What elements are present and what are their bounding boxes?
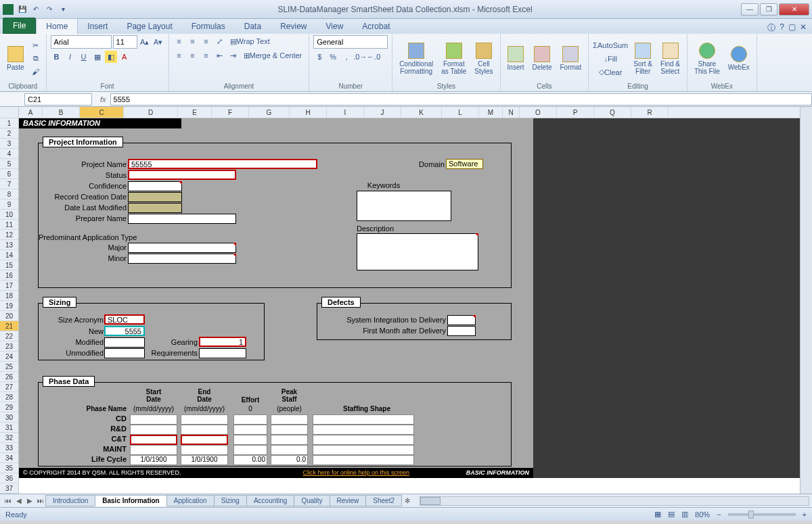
increase-font-icon[interactable]: A▴ [139, 36, 151, 48]
horizontal-scrollbar[interactable] [420, 496, 809, 506]
row-header-16[interactable]: 16 [0, 270, 18, 281]
fx-icon[interactable]: fx [96, 95, 110, 103]
row-header-31[interactable]: 31 [0, 423, 18, 433]
currency-icon[interactable]: $ [313, 51, 325, 63]
conditional-formatting-button[interactable]: Conditional Formatting [397, 41, 436, 76]
col-header-A[interactable]: A [19, 107, 43, 118]
col-header-I[interactable]: I [327, 107, 364, 118]
file-tab[interactable]: File [3, 18, 36, 34]
sheet-tab-sheet2[interactable]: Sheet2 [365, 495, 402, 506]
row-header-22[interactable]: 22 [0, 331, 18, 341]
row-header-18[interactable]: 18 [0, 291, 18, 301]
window-close-icon[interactable]: ✕ [800, 22, 807, 34]
row-header-34[interactable]: 34 [0, 453, 18, 463]
col-header-D[interactable]: D [124, 107, 178, 118]
decrease-decimal-icon[interactable]: ←.0 [367, 51, 380, 63]
increase-indent-icon[interactable]: ⇥ [227, 49, 240, 62]
undo-icon[interactable]: ↶ [30, 3, 42, 16]
row-header-15[interactable]: 15 [0, 260, 18, 270]
phase-cell-C&T-4[interactable] [313, 435, 414, 445]
input-major[interactable] [128, 243, 236, 253]
row-header-33[interactable]: 33 [0, 443, 18, 453]
paste-button[interactable]: Paste [4, 45, 27, 72]
close-button[interactable]: ✕ [779, 3, 809, 16]
row-header-9[interactable]: 9 [0, 199, 18, 210]
redo-icon[interactable]: ↷ [43, 3, 55, 16]
tab-page-layout[interactable]: Page Layout [117, 19, 181, 34]
col-header-K[interactable]: K [401, 107, 442, 118]
input-first-month[interactable] [447, 326, 476, 336]
input-date-modified[interactable] [128, 203, 182, 213]
font-color-button[interactable]: A [118, 51, 131, 63]
input-gearing[interactable]: 1 [199, 337, 246, 347]
fill-color-button[interactable]: ◧ [105, 51, 117, 63]
row-header-35[interactable]: 35 [0, 463, 18, 473]
align-right-icon[interactable]: ≡ [200, 49, 212, 62]
row-header-20[interactable]: 20 [0, 311, 18, 321]
border-button[interactable]: ▦ [91, 51, 104, 63]
col-header-M[interactable]: M [479, 107, 503, 118]
clear-button[interactable]: ◇ Clear [593, 66, 628, 78]
row-header-29[interactable]: 29 [0, 402, 18, 412]
col-header-N[interactable]: N [503, 107, 520, 118]
zoom-level[interactable]: 80% [695, 510, 710, 519]
phase-cell-C&T-3[interactable] [271, 435, 308, 445]
save-icon[interactable]: 💾 [16, 3, 28, 16]
row-header-19[interactable]: 19 [0, 301, 18, 311]
phase-cell-CD-0[interactable] [130, 414, 177, 425]
sheet-tab-accounting[interactable]: Accounting [246, 495, 294, 506]
help-icon[interactable]: ? [780, 22, 784, 34]
row-header-37[interactable]: 37 [0, 483, 18, 494]
row-header-36[interactable]: 36 [0, 473, 18, 483]
row-header-5[interactable]: 5 [0, 159, 18, 169]
format-painter-button[interactable]: 🖌 [30, 66, 42, 78]
delete-cells-button[interactable]: Delete [530, 45, 555, 72]
input-project-name[interactable]: 55555 [128, 159, 317, 169]
col-header-H[interactable]: H [290, 107, 327, 118]
window-restore-icon[interactable]: ▢ [788, 22, 796, 34]
italic-button[interactable]: I [64, 51, 76, 63]
decrease-font-icon[interactable]: A▾ [152, 36, 164, 48]
vertical-scrollbar[interactable] [800, 107, 812, 494]
new-sheet-button[interactable]: ✻ [402, 497, 413, 504]
decrease-indent-icon[interactable]: ⇤ [214, 49, 226, 62]
wrap-text-button[interactable]: ▤ Wrap Text [227, 35, 273, 47]
row-header-6[interactable]: 6 [0, 169, 18, 179]
minimize-button[interactable]: — [741, 3, 759, 16]
format-as-table-button[interactable]: Format as Table [438, 41, 469, 76]
sheet-nav-next[interactable]: ▶ [24, 497, 35, 504]
increase-decimal-icon[interactable]: .0→ [354, 51, 366, 63]
row-header-14[interactable]: 14 [0, 250, 18, 260]
zoom-in-button[interactable]: + [803, 510, 807, 519]
input-minor[interactable] [128, 254, 236, 264]
tab-data[interactable]: Data [235, 19, 271, 34]
view-page-break-icon[interactable]: ▥ [681, 510, 688, 519]
col-header-P[interactable]: P [557, 107, 594, 118]
sheet-tab-basic-information[interactable]: Basic Information [95, 495, 166, 506]
phase-cell-CD-3[interactable] [271, 414, 308, 425]
zoom-slider[interactable] [728, 513, 796, 516]
minimize-ribbon-icon[interactable]: ⓘ [767, 22, 775, 34]
phase-cell-MAINT-3[interactable] [271, 445, 308, 455]
phase-cell-CD-2[interactable] [233, 414, 267, 425]
tab-formulas[interactable]: Formulas [182, 19, 235, 34]
col-header-Q[interactable]: Q [594, 107, 631, 118]
view-page-layout-icon[interactable]: ▤ [668, 510, 675, 519]
row-header-1[interactable]: 1 [0, 118, 18, 128]
row-header-28[interactable]: 28 [0, 392, 18, 402]
input-domain[interactable]: Software [446, 159, 483, 169]
percent-icon[interactable]: % [327, 51, 339, 63]
sheet-tab-review[interactable]: Review [330, 495, 367, 506]
input-unmodified[interactable] [104, 348, 145, 358]
input-record-creation[interactable] [128, 192, 182, 202]
col-header-L[interactable]: L [442, 107, 479, 118]
sheet-tab-introduction[interactable]: Introduction [45, 495, 95, 506]
tab-acrobat[interactable]: Acrobat [353, 19, 399, 34]
number-format-combo[interactable]: General [313, 35, 388, 49]
row-header-17[interactable]: 17 [0, 281, 18, 291]
qat-dropdown-icon[interactable]: ▾ [57, 3, 69, 16]
row-header-12[interactable]: 12 [0, 230, 18, 240]
phase-cell-CD-4[interactable] [313, 414, 414, 425]
input-modified[interactable] [104, 337, 145, 348]
main-grid[interactable]: ABCDEFGHIJKLMNOPQR BASIC INFORMATION Pro… [19, 107, 800, 494]
